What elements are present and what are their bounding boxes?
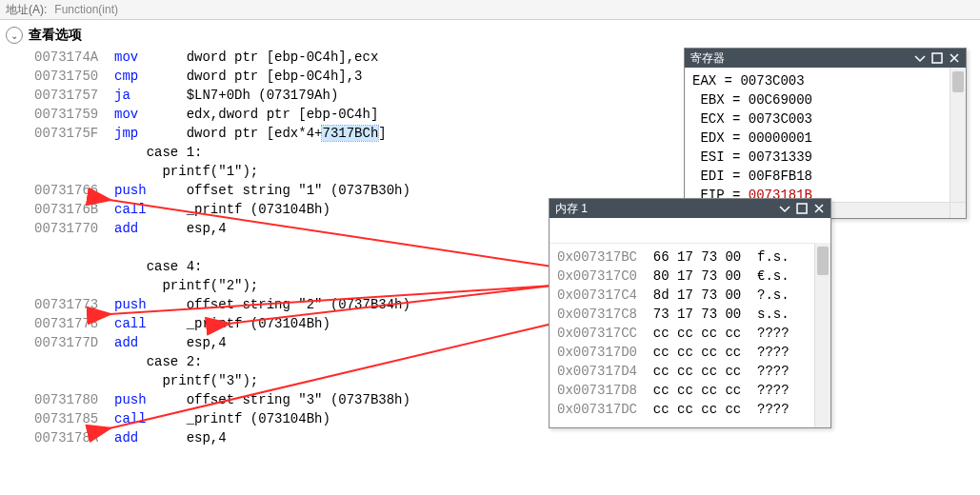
register-row[interactable]: EAX = 0073C003 [692, 71, 958, 90]
memory-row[interactable]: 0x007317CC cc cc cc cc ???? [557, 324, 823, 343]
memory-toolbar [550, 218, 830, 244]
disasm-line[interactable]: 0073174A mov dword ptr [ebp-0C4h],ecx [34, 48, 410, 67]
dropdown-icon[interactable] [914, 52, 926, 64]
memory-row[interactable]: 0x007317D8 cc cc cc cc ???? [557, 381, 823, 400]
disasm-line[interactable]: 0073177D add esp,4 [34, 333, 410, 352]
memory-row[interactable]: 0x007317BC 66 17 73 00 f.s. [557, 248, 823, 267]
registers-title: 寄存器 [690, 50, 725, 67]
maximize-icon[interactable] [796, 203, 808, 214]
disasm-line[interactable]: 0073178A add esp,4 [34, 428, 410, 447]
address-bar: 地址(A): Function(int) [0, 0, 980, 20]
close-icon[interactable] [813, 203, 825, 214]
disasm-line[interactable]: case 4: [34, 257, 410, 276]
scrollbar-corner [950, 202, 966, 218]
disassembly-view[interactable]: 0073174A mov dword ptr [ebp-0C4h],ecx007… [34, 48, 410, 447]
register-row[interactable]: ESI = 00731339 [692, 148, 958, 167]
register-row[interactable]: ECX = 0073C003 [692, 109, 958, 129]
memory-panel[interactable]: 内存 1 0x007317BC 66 17 73 00 f.s.0x007317… [549, 198, 831, 428]
memory-title-bar[interactable]: 内存 1 [550, 199, 830, 218]
disasm-line[interactable]: 00731757 ja $LN7+0Dh (073179Ah) [34, 86, 410, 105]
disasm-line[interactable]: 0073175F jmp dword ptr [edx*4+7317BCh] [34, 124, 410, 143]
disasm-line[interactable]: case 2: [34, 352, 410, 371]
memory-title: 内存 1 [555, 201, 588, 217]
disasm-line[interactable]: printf("2"); [34, 276, 410, 295]
scrollbar-vertical[interactable] [814, 243, 830, 427]
disasm-line[interactable]: 00731770 add esp,4 [34, 219, 410, 238]
register-row[interactable]: EDI = 00F8FB18 [692, 167, 958, 186]
disasm-line[interactable]: 00731759 mov edx,dword ptr [ebp-0C4h] [34, 105, 410, 124]
disasm-line[interactable]: 00731766 push offset string "1" (0737B30… [34, 181, 410, 200]
disasm-line[interactable]: 00731778 call _printf (073104Bh) [34, 314, 410, 333]
registers-title-bar[interactable]: 寄存器 [685, 49, 966, 68]
registers-list[interactable]: EAX = 0073C003 EBX = 00C69000 ECX = 0073… [685, 68, 966, 203]
disasm-line[interactable] [34, 238, 410, 257]
register-row[interactable]: EDX = 00000001 [692, 129, 958, 148]
close-icon[interactable] [949, 52, 960, 64]
registers-body: EAX = 0073C003 EBX = 00C69000 ECX = 0073… [685, 68, 966, 218]
svg-rect-4 [932, 53, 942, 63]
address-label: 地址(A): [6, 2, 47, 18]
disasm-line[interactable]: printf("3"); [34, 371, 410, 390]
disasm-line[interactable]: 00731780 push offset string "3" (0737B38… [34, 390, 410, 409]
register-row[interactable]: EBX = 00C69000 [692, 90, 958, 109]
scrollbar-vertical[interactable] [950, 68, 966, 218]
memory-row[interactable]: 0x007317D4 cc cc cc cc ???? [557, 362, 823, 381]
registers-panel[interactable]: 寄存器 EAX = 0073C003 EBX = 00C69000 ECX = … [684, 48, 967, 219]
svg-rect-5 [797, 204, 807, 213]
view-options-row[interactable]: ⌄ 查看选项 [0, 20, 980, 50]
memory-row[interactable]: 0x007317C4 8d 17 73 00 ?.s. [557, 286, 823, 305]
disasm-line[interactable]: case 1: [34, 143, 410, 162]
maximize-icon[interactable] [931, 52, 943, 64]
expand-icon[interactable]: ⌄ [6, 27, 23, 44]
memory-row[interactable]: 0x007317C8 73 17 73 00 s.s. [557, 305, 823, 324]
memory-body: 0x007317BC 66 17 73 00 f.s.0x007317C0 80… [550, 218, 830, 427]
memory-row[interactable]: 0x007317C0 80 17 73 00 €.s. [557, 267, 823, 286]
memory-row[interactable]: 0x007317DC cc cc cc cc ???? [557, 400, 823, 419]
disasm-line[interactable]: 00731750 cmp dword ptr [ebp-0C4h],3 [34, 67, 410, 86]
disasm-line[interactable]: 0073176B call _printf (073104Bh) [34, 200, 410, 219]
memory-row[interactable]: 0x007317D0 cc cc cc cc ???? [557, 343, 823, 362]
function-name: Function(int) [54, 3, 118, 16]
disasm-line[interactable]: 00731785 call _printf (073104Bh) [34, 409, 410, 428]
memory-list[interactable]: 0x007317BC 66 17 73 00 f.s.0x007317C0 80… [550, 244, 830, 423]
disasm-line[interactable]: 00731773 push offset string "2" (0737B34… [34, 295, 410, 314]
dropdown-icon[interactable] [779, 203, 790, 214]
disasm-line[interactable]: printf("1"); [34, 162, 410, 181]
view-options-label: 查看选项 [29, 27, 82, 44]
